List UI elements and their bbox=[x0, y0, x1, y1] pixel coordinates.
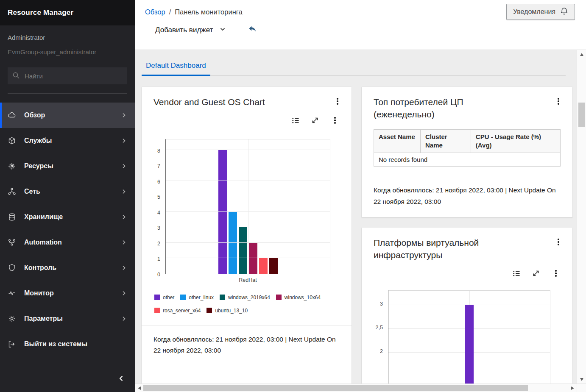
notifications-label: Уведомления bbox=[513, 8, 555, 16]
legend-swatch bbox=[154, 308, 160, 313]
username: Administrator bbox=[8, 34, 127, 41]
cloud-icon bbox=[8, 111, 18, 120]
legend-item-rosa_server_x64[interactable]: rosa_server_x64 bbox=[154, 308, 201, 314]
breadcrumb-current: Панель мониторинга bbox=[175, 8, 242, 16]
list-view-icon[interactable] bbox=[291, 116, 300, 125]
empty-message: No records found bbox=[374, 153, 561, 167]
legend-swatch bbox=[276, 295, 282, 300]
tab-bar: Default Dashboard bbox=[142, 58, 566, 76]
horizontal-gridline bbox=[166, 150, 330, 150]
search-icon bbox=[12, 72, 20, 81]
horizontal-gridline bbox=[166, 258, 330, 258]
sidebar-item-monitor[interactable]: Монитор bbox=[0, 281, 135, 306]
logout-icon bbox=[8, 340, 18, 348]
vertical-scrollbar[interactable] bbox=[577, 50, 586, 384]
legend-item-windows_2019x64[interactable]: windows_2019x64 bbox=[220, 295, 270, 300]
legend-item-other[interactable]: other bbox=[154, 295, 174, 300]
sidebar-item-label: Службы bbox=[24, 137, 52, 145]
chevron-right-icon bbox=[120, 137, 127, 144]
legend-label: other bbox=[163, 295, 174, 300]
sidebar-item-resources[interactable]: Ресурсы bbox=[0, 153, 135, 179]
kebab-menu-icon[interactable] bbox=[554, 96, 563, 106]
legend-item-other_linux[interactable]: other_linux bbox=[180, 295, 214, 300]
y-tick-label: 2 bbox=[380, 348, 383, 354]
sidebar-divider bbox=[8, 94, 127, 94]
chevron-down-icon bbox=[219, 26, 226, 35]
sidebar-item-services[interactable]: Службы bbox=[0, 128, 135, 153]
bar-windows_10x64 bbox=[249, 243, 257, 274]
legend-label: ubuntu_13_10 bbox=[215, 308, 248, 314]
tab-default-dashboard[interactable]: Default Dashboard bbox=[142, 58, 210, 76]
actions-row: Добавить виджет bbox=[145, 25, 586, 35]
sidebar-item-logout[interactable]: Выйти из системы bbox=[0, 331, 135, 357]
notifications-button[interactable]: Уведомления bbox=[506, 4, 575, 20]
sidebar-item-label: Сеть bbox=[24, 188, 40, 195]
y-tick-label: 2 bbox=[157, 241, 160, 247]
horizontal-scrollbar[interactable] bbox=[135, 384, 577, 392]
settings-icon bbox=[8, 314, 18, 323]
widget-vendor-os-chart: Vendor and Guest OS Chart bbox=[142, 87, 352, 384]
kebab-menu-icon[interactable] bbox=[551, 268, 561, 278]
horizontal-scrollbar-thumb[interactable] bbox=[143, 385, 528, 391]
vendor-chart: 012345678 bbox=[151, 139, 330, 274]
platforms-chart-plot bbox=[388, 290, 550, 384]
sidebar-item-control[interactable]: Контроль bbox=[0, 255, 135, 281]
sidebar-item-storage[interactable]: Хранилище bbox=[0, 204, 135, 230]
vendor-chart-plot bbox=[165, 139, 330, 274]
sidebar-item-settings[interactable]: Параметры bbox=[0, 306, 135, 331]
storage-icon bbox=[8, 213, 18, 221]
chevron-right-icon bbox=[120, 264, 127, 271]
y-tick-label: 5 bbox=[157, 194, 160, 200]
sidebar-item-label: Обзор bbox=[24, 111, 45, 119]
widget-title: Vendor and Guest OS Chart bbox=[153, 96, 265, 108]
legend-item-windows_10x64[interactable]: windows_10x64 bbox=[276, 295, 321, 300]
list-view-icon[interactable] bbox=[512, 269, 521, 278]
scroll-right-arrow[interactable] bbox=[568, 384, 577, 392]
widget-title: Платформы виртуальной инфраструктуры bbox=[374, 237, 513, 261]
monitor-icon bbox=[8, 289, 18, 297]
add-widget-label: Добавить виджет bbox=[155, 26, 213, 34]
legend-swatch bbox=[180, 295, 186, 300]
widget-footer: Когда обновлялось: 21 ноября 2022, 03:00… bbox=[142, 325, 352, 367]
user-block: Administrator EvmGroup-super_administrat… bbox=[0, 25, 135, 56]
legend-swatch bbox=[154, 295, 160, 300]
chevron-left-icon bbox=[117, 374, 126, 384]
add-widget-dropdown[interactable]: Добавить виджет bbox=[155, 26, 226, 35]
horizontal-gridline bbox=[166, 181, 330, 181]
scroll-left-arrow[interactable] bbox=[135, 384, 143, 392]
widget-title: Топ потребителей ЦП (еженедельно) bbox=[374, 96, 513, 121]
y-tick-label: 6 bbox=[157, 179, 160, 185]
main-body: Default Dashboard Vendor and Guest OS Ch… bbox=[135, 50, 586, 384]
sidebar-item-network[interactable]: Сеть bbox=[0, 179, 135, 204]
kebab-menu-icon[interactable] bbox=[554, 237, 563, 247]
sidebar-collapse-button[interactable] bbox=[0, 367, 135, 392]
breadcrumb-parent-link[interactable]: Обзор bbox=[145, 8, 165, 16]
sidebar: Resource Manager Administrator EvmGroup-… bbox=[0, 0, 135, 392]
horizontal-gridline bbox=[166, 211, 330, 212]
scroll-up-arrow[interactable] bbox=[577, 50, 586, 58]
sidebar-item-label: Контроль bbox=[24, 264, 56, 272]
kebab-menu-icon[interactable] bbox=[333, 96, 342, 106]
sidebar-item-label: Монитор bbox=[24, 289, 54, 297]
sidebar-menu: ОбзорСлужбыРесурсыСетьХранилищеAutomatio… bbox=[0, 103, 135, 357]
sidebar-item-automation[interactable]: Automation bbox=[0, 230, 135, 255]
scroll-down-arrow[interactable] bbox=[577, 375, 586, 384]
x-tick-label: RedHat bbox=[165, 277, 330, 283]
main-area: Обзор / Панель мониторинга Уведомления Д… bbox=[135, 0, 586, 392]
app-title: Resource Manager bbox=[0, 0, 135, 25]
bottom-scroll-row bbox=[135, 384, 586, 392]
kebab-menu-icon[interactable] bbox=[330, 115, 340, 125]
sidebar-item-overview[interactable]: Обзор bbox=[0, 103, 135, 128]
expand-icon[interactable] bbox=[311, 116, 319, 125]
vertical-scrollbar-thumb[interactable] bbox=[578, 103, 585, 127]
undo-button[interactable] bbox=[248, 25, 257, 35]
search-input[interactable] bbox=[8, 67, 127, 84]
column-header: Asset Name bbox=[374, 129, 421, 153]
bar-platform bbox=[465, 305, 474, 384]
bar-other bbox=[218, 150, 227, 274]
breadcrumb-separator: / bbox=[169, 8, 171, 16]
y-tick-label: 7 bbox=[157, 163, 160, 169]
legend-item-ubuntu_13_10[interactable]: ubuntu_13_10 bbox=[206, 308, 248, 314]
widgets-grid: Vendor and Guest OS Chart bbox=[142, 87, 577, 384]
expand-icon[interactable] bbox=[532, 269, 540, 278]
